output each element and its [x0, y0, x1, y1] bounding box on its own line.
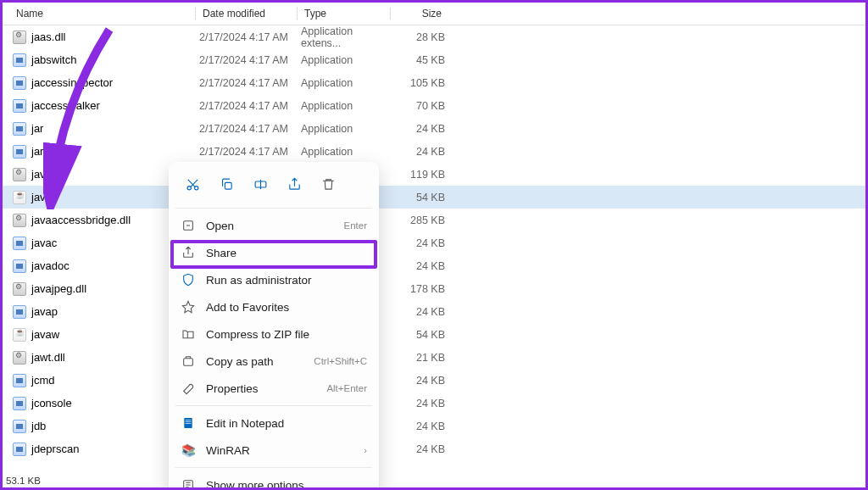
menu-copy-path-label: Copy as path — [206, 355, 303, 368]
file-size: 119 KB — [394, 169, 445, 181]
cut-icon[interactable] — [181, 172, 204, 196]
file-name: javap — [31, 305, 58, 318]
menu-compress[interactable]: Compress to ZIP file — [169, 320, 379, 348]
file-size: 54 KB — [394, 192, 445, 203]
file-row[interactable]: jcmd24 KB — [3, 369, 865, 392]
file-row[interactable]: jaccesswalker2/17/2024 4:17 AMApplicatio… — [3, 94, 865, 117]
menu-copy-path[interactable]: Copy as path Ctrl+Shift+C — [169, 348, 379, 375]
file-row[interactable]: jar2/17/2024 4:17 AMApplication24 KB — [3, 117, 865, 140]
share-tool-icon[interactable] — [282, 172, 306, 196]
menu-open[interactable]: Open Enter — [169, 212, 379, 239]
svg-point-0 — [187, 186, 191, 189]
menu-notepad[interactable]: Edit in Notepad — [169, 409, 379, 437]
menu-favorites[interactable]: Add to Favorites — [169, 293, 379, 320]
file-size: 24 KB — [394, 123, 445, 135]
col-type-header[interactable]: Type — [301, 8, 394, 19]
file-name: jarsigner — [31, 145, 74, 158]
file-row[interactable]: jaas.dll2/17/2024 4:17 AMApplication ext… — [3, 25, 865, 48]
file-row[interactable]: jabswitch2/17/2024 4:17 AMApplication45 … — [3, 48, 865, 71]
app-file-icon — [13, 76, 26, 90]
app-file-icon — [13, 374, 26, 387]
file-row[interactable]: javaaccessbridge.dll285 KB — [3, 209, 865, 231]
file-name: java — [31, 191, 52, 203]
app-file-icon — [13, 420, 26, 433]
rename-icon[interactable] — [248, 172, 272, 196]
menu-open-shortcut: Enter — [344, 220, 368, 231]
file-size: 24 KB — [394, 375, 445, 387]
app-file-icon — [13, 443, 26, 456]
menu-run-admin[interactable]: Run as administrator — [169, 266, 379, 293]
file-date: 2/17/2024 4:17 AM — [199, 123, 301, 135]
file-size: 28 KB — [394, 31, 445, 43]
file-row[interactable]: jarsigner2/17/2024 4:17 AMApplication24 … — [3, 140, 865, 163]
file-type: Application — [301, 100, 394, 112]
file-row[interactable]: javac24 KB — [3, 231, 865, 254]
app-file-icon — [13, 305, 26, 319]
file-row[interactable]: jdb24 KB — [3, 415, 865, 437]
star-icon — [181, 299, 196, 315]
file-row[interactable]: jaccessinspector2/17/2024 4:17 AMApplica… — [3, 71, 865, 94]
file-name: jawt.dll — [31, 351, 65, 364]
chevron-right-icon: › — [364, 445, 367, 455]
file-name: jaas.dll — [31, 31, 65, 43]
dll-file-icon — [13, 282, 26, 296]
col-name-header[interactable]: Name — [16, 8, 43, 19]
file-size: 24 KB — [394, 146, 445, 158]
file-size: 24 KB — [394, 306, 445, 318]
menu-properties-shortcut: Alt+Enter — [326, 383, 367, 393]
context-menu-toolbar — [169, 167, 379, 204]
file-size: 178 KB — [394, 283, 445, 295]
share-icon — [181, 245, 196, 260]
file-row[interactable]: javap24 KB — [3, 300, 865, 323]
file-name: jaccessinspector — [31, 76, 113, 89]
file-name: javadoc — [31, 259, 70, 272]
file-name: jcmd — [31, 374, 54, 387]
menu-winrar[interactable]: 📚 WinRAR › — [169, 437, 379, 464]
file-name: jdeprscan — [31, 443, 79, 455]
svg-rect-8 — [186, 421, 192, 422]
file-row[interactable]: jdeprscan2/17/2024 4:17 AMApplication24 … — [3, 437, 865, 460]
menu-properties[interactable]: Properties Alt+Enter — [169, 375, 379, 402]
app-file-icon — [13, 99, 26, 113]
menu-share-label: Share — [206, 247, 367, 259]
file-row[interactable]: jconsole24 KB — [3, 392, 865, 415]
file-row[interactable]: java.dL119 KB — [3, 163, 865, 186]
file-size: 24 KB — [394, 443, 445, 455]
app-file-icon — [13, 397, 26, 410]
file-row[interactable]: javadoc24 KB — [3, 254, 865, 277]
java-file-icon — [13, 191, 26, 204]
column-headers[interactable]: Name Date modified Type Size — [3, 3, 865, 25]
menu-winrar-label: WinRAR — [206, 444, 353, 457]
java-file-icon — [13, 328, 26, 342]
file-row[interactable]: javaw54 KB — [3, 323, 865, 346]
file-size: 24 KB — [394, 237, 445, 249]
app-file-icon — [13, 145, 26, 159]
file-date: 2/17/2024 4:17 AM — [199, 100, 301, 112]
dll-file-icon — [13, 31, 26, 44]
file-type: Application — [301, 54, 394, 66]
separator — [175, 405, 372, 406]
file-list: jaas.dll2/17/2024 4:17 AMApplication ext… — [3, 25, 865, 460]
file-size: 24 KB — [394, 420, 445, 432]
col-date-header[interactable]: Date modified — [199, 8, 301, 19]
app-file-icon — [13, 259, 26, 273]
file-row[interactable]: javajpeg.dll178 KB — [3, 277, 865, 300]
menu-more-options[interactable]: Show more options — [169, 471, 379, 490]
file-row[interactable]: java54 KB — [3, 186, 865, 209]
app-file-icon — [13, 53, 26, 67]
file-row[interactable]: jawt.dll21 KB — [3, 346, 865, 369]
copy-icon[interactable] — [214, 172, 238, 196]
file-name: jar — [31, 122, 43, 135]
col-size-header[interactable]: Size — [394, 8, 445, 19]
file-name: java.dL — [31, 168, 67, 181]
menu-run-admin-label: Run as administrator — [206, 274, 367, 287]
dll-file-icon — [13, 351, 26, 365]
menu-more-label: Show more options — [206, 479, 367, 491]
file-size: 105 KB — [394, 77, 445, 89]
delete-icon[interactable] — [316, 172, 340, 196]
svg-rect-2 — [225, 182, 231, 189]
file-name: javaw — [31, 328, 59, 341]
winrar-icon: 📚 — [181, 443, 196, 458]
menu-share[interactable]: Share — [169, 239, 379, 266]
file-name: jdb — [31, 420, 46, 432]
